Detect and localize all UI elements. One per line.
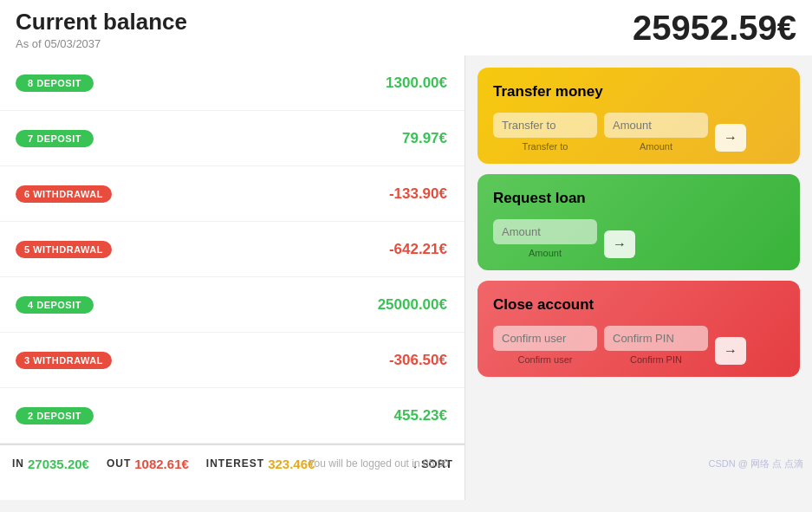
transaction-badge: 4 DEPOSIT (16, 296, 94, 314)
transactions-panel[interactable]: 8 DEPOSIT1300.00€7 DEPOSIT79.97€6 WITHDR… (0, 55, 465, 500)
header: Current balance As of 05/03/2037 25952.5… (0, 0, 812, 55)
transaction-amount: 25000.00€ (378, 296, 447, 314)
summary-in: IN 27035.20€ (12, 457, 89, 471)
table-row: 8 DEPOSIT1300.00€ (0, 55, 464, 111)
interest-label: INTEREST (206, 457, 264, 470)
transaction-badge: 2 DEPOSIT (16, 407, 94, 425)
loan-submit-button[interactable]: → (604, 230, 635, 258)
close-user-input[interactable] (493, 326, 597, 351)
balance-date: As of 05/03/2037 (16, 37, 187, 50)
close-submit-button[interactable]: → (715, 337, 746, 365)
close-pin-input[interactable] (604, 326, 708, 351)
footer-summary: IN 27035.20€ OUT 1082.61€ INTEREST 323.4… (0, 444, 464, 482)
table-row: 6 WITHDRAWAL-133.90€ (0, 166, 464, 222)
loan-amount-label: Amount (529, 248, 562, 258)
loan-amount-group: Amount (493, 219, 597, 258)
table-row: 2 DEPOSIT455.23€ (0, 388, 464, 444)
transfer-inputs: Transfer to Amount → (493, 113, 784, 152)
transaction-amount: -133.90€ (389, 185, 447, 203)
transfer-to-input[interactable] (493, 113, 597, 138)
loan-title: Request loan (493, 190, 784, 207)
transaction-badge: 6 WITHDRAWAL (16, 185, 112, 203)
table-row: 5 WITHDRAWAL-642.21€ (0, 222, 464, 277)
transaction-badge: 3 WITHDRAWAL (16, 352, 112, 369)
close-pin-group: Confirm PIN (604, 326, 708, 365)
page-title: Current balance (16, 9, 187, 36)
header-left: Current balance As of 05/03/2037 (16, 9, 187, 50)
loan-card: Request loan Amount → (477, 174, 800, 270)
table-row: 4 DEPOSIT25000.00€ (0, 277, 464, 333)
transaction-amount: 79.97€ (402, 130, 447, 147)
summary-out: OUT 1082.61€ (107, 457, 189, 471)
transaction-amount: 1300.00€ (386, 75, 447, 92)
transaction-amount: -642.21€ (389, 241, 447, 258)
transaction-amount: -306.50€ (389, 352, 447, 369)
close-pin-label: Confirm PIN (630, 354, 682, 365)
in-label: IN (12, 457, 24, 470)
transfer-title: Transfer money (493, 83, 784, 100)
right-panel: Transfer money Transfer to Amount → Requ… (465, 55, 812, 500)
close-user-group: Confirm user (493, 326, 597, 365)
transfer-amount-group: Amount (604, 113, 708, 152)
transaction-badge: 7 DEPOSIT (16, 130, 94, 147)
transfer-to-group: Transfer to (493, 113, 597, 152)
transfer-to-label: Transfer to (523, 141, 568, 152)
out-label: OUT (107, 457, 131, 470)
loan-inputs: Amount → (493, 219, 784, 258)
transfer-amount-label: Amount (640, 141, 672, 152)
close-user-label: Confirm user (518, 354, 573, 365)
transaction-amount: 455.23€ (394, 407, 447, 425)
header-right: 25952.59€ (633, 9, 796, 48)
in-value: 27035.20€ (28, 457, 89, 471)
loan-amount-input[interactable] (493, 219, 597, 244)
table-row: 7 DEPOSIT79.97€ (0, 111, 464, 166)
current-balance: 25952.59€ (633, 9, 796, 47)
close-card: Close account Confirm user Confirm PIN → (477, 281, 800, 377)
transfer-amount-input[interactable] (604, 113, 708, 138)
transaction-list: 8 DEPOSIT1300.00€7 DEPOSIT79.97€6 WITHDR… (0, 55, 464, 444)
out-value: 1082.61€ (134, 457, 189, 471)
table-row: 3 WITHDRAWAL-306.50€ (0, 333, 464, 388)
close-inputs: Confirm user Confirm PIN → (493, 326, 784, 365)
main-content: 8 DEPOSIT1300.00€7 DEPOSIT79.97€6 WITHDR… (0, 55, 812, 500)
summary-interest: INTEREST 323.46€ (206, 457, 315, 471)
transaction-badge: 5 WITHDRAWAL (16, 241, 112, 258)
logout-timer: You will be logged out in 05:00 (309, 457, 449, 470)
transfer-card: Transfer money Transfer to Amount → (477, 68, 800, 164)
close-title: Close account (493, 296, 784, 314)
transaction-badge: 8 DEPOSIT (16, 75, 94, 92)
transfer-submit-button[interactable]: → (715, 124, 746, 152)
